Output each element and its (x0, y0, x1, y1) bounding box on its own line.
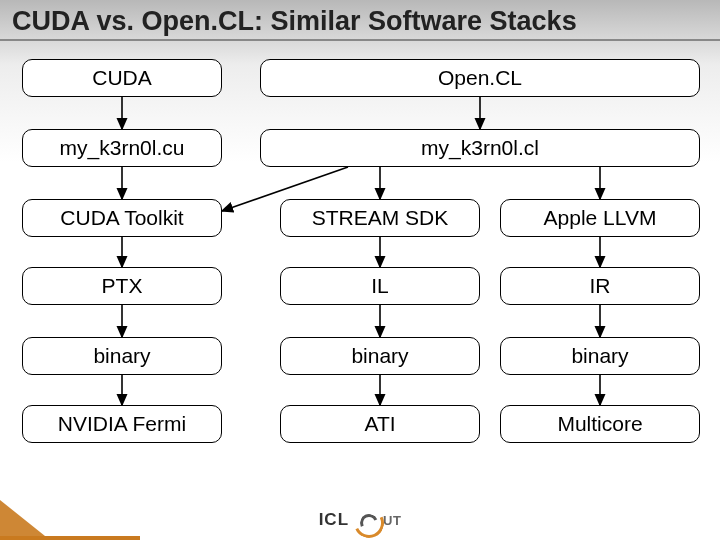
footer: ICL UT (0, 500, 720, 540)
footer-logo: ICL UT (319, 507, 402, 533)
node-ir_ir: IR (500, 267, 700, 305)
node-bin_stream: binary (280, 337, 480, 375)
node-src_cl: my_k3rn0l.cl (260, 129, 700, 167)
node-label: NVIDIA Fermi (58, 412, 186, 436)
node-label: CUDA Toolkit (60, 206, 183, 230)
node-label: PTX (102, 274, 143, 298)
node-ir_il: IL (280, 267, 480, 305)
node-label: my_k3rn0l.cu (60, 136, 185, 160)
node-label: Open.CL (438, 66, 522, 90)
node-top_cuda: CUDA (22, 59, 222, 97)
node-top_opencl: Open.CL (260, 59, 700, 97)
slide-title: CUDA vs. Open.CL: Similar Software Stack… (12, 6, 708, 37)
footer-accent-bar (0, 536, 140, 540)
node-label: binary (571, 344, 628, 368)
node-hw_fermi: NVIDIA Fermi (22, 405, 222, 443)
node-ir_ptx: PTX (22, 267, 222, 305)
node-label: Multicore (557, 412, 642, 436)
node-hw_ati: ATI (280, 405, 480, 443)
node-label: binary (351, 344, 408, 368)
node-label: binary (93, 344, 150, 368)
swirl-icon (353, 507, 379, 533)
node-label: IL (371, 274, 389, 298)
node-label: CUDA (92, 66, 152, 90)
node-label: Apple LLVM (544, 206, 657, 230)
node-tk_apple: Apple LLVM (500, 199, 700, 237)
node-hw_multi: Multicore (500, 405, 700, 443)
node-label: ATI (364, 412, 395, 436)
logo-text-ut: UT (383, 513, 401, 528)
title-bar: CUDA vs. Open.CL: Similar Software Stack… (0, 0, 720, 41)
node-label: IR (590, 274, 611, 298)
node-bin_cuda: binary (22, 337, 222, 375)
logo-text-icl: ICL (319, 510, 349, 530)
footer-accent-triangle (0, 500, 50, 540)
node-label: STREAM SDK (312, 206, 449, 230)
node-label: my_k3rn0l.cl (421, 136, 539, 160)
node-bin_apple: binary (500, 337, 700, 375)
node-tk_cuda: CUDA Toolkit (22, 199, 222, 237)
node-src_cuda: my_k3rn0l.cu (22, 129, 222, 167)
diagram-stage: CUDAOpen.CLmy_k3rn0l.cumy_k3rn0l.clCUDA … (0, 41, 720, 501)
node-tk_stream: STREAM SDK (280, 199, 480, 237)
